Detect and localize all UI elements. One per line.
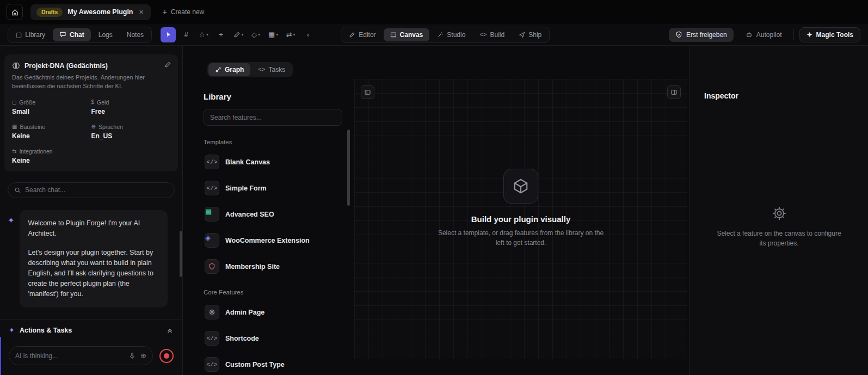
size-icon: ◻ [12, 99, 16, 105]
edit-dna-button[interactable] [164, 61, 171, 68]
magic-tools-button[interactable]: ✦ Magic Tools [799, 27, 860, 42]
attach-plus-icon[interactable]: ⊕ [140, 352, 146, 360]
code-icon: <> [258, 66, 265, 73]
publish-button[interactable]: Erst freigeben [669, 28, 734, 42]
inspector-panel: Inspector Select a feature on the canvas… [690, 46, 868, 375]
toggle-left-panel-button[interactable] [361, 85, 374, 99]
record-stop-button[interactable] [159, 349, 174, 363]
send-icon [519, 32, 525, 38]
tab-ship[interactable]: Ship [512, 28, 548, 41]
field-label: Integrationen [19, 148, 52, 155]
grid-icon: ▦ [268, 30, 275, 39]
chevron-down-icon: ▾ [293, 32, 296, 37]
inspector-title: Inspector [704, 91, 854, 100]
chevron-left-icon: ‹ [307, 30, 309, 39]
code-icon: </> [205, 357, 219, 372]
autopilot-button[interactable]: Autopilot [739, 28, 789, 42]
tab-graph-label: Graph [225, 66, 244, 73]
shield-icon [205, 259, 219, 274]
tab-editor[interactable]: Editor [342, 28, 382, 41]
tab-build[interactable]: <> Build [473, 28, 511, 41]
money-icon: $ [91, 99, 95, 105]
wand-icon [437, 32, 444, 38]
tab-graph[interactable]: Graph [208, 63, 250, 76]
library-item-membership-site[interactable]: Membership Site [204, 257, 342, 276]
project-dna-title: Projekt-DNA (Gedächtnis) [24, 62, 108, 70]
content-row: Library Templates </> Blank Canvas </> S… [183, 79, 690, 375]
field-value: Small [12, 108, 91, 115]
field-bausteine: ▦Bausteine Keine [12, 124, 91, 140]
library-search-input[interactable] [210, 114, 336, 121]
actions-tasks-bar[interactable]: ✦ Actions & Tasks [0, 319, 182, 341]
library-item-simple-form[interactable]: </> Simple Form [204, 179, 342, 198]
collapse-toolbar-button[interactable]: ‹ [301, 28, 315, 42]
panel-tabs: ▢ Library Chat Logs Notes [8, 27, 152, 43]
field-sprachen: ⊕Sprachen En_US [91, 124, 171, 140]
field-label: Größe [19, 99, 35, 106]
plus-icon: + [219, 30, 223, 39]
tab-editor-label: Editor [359, 31, 375, 39]
tab-chat[interactable]: Chat [53, 28, 91, 41]
tab-canvas[interactable]: Canvas [384, 28, 430, 41]
canvas[interactable]: Build your plugin visually Select a temp… [354, 79, 687, 359]
panel-scrollbar[interactable] [180, 231, 182, 277]
library-item-woocommerce-extension[interactable]: ◈ WooCommerce Extension [204, 231, 342, 250]
tab-studio[interactable]: Studio [430, 28, 472, 41]
toggle-right-panel-button[interactable] [667, 85, 681, 99]
hash-tool-button[interactable]: # [179, 28, 193, 42]
microphone-icon[interactable] [128, 352, 136, 360]
grid-tool-button[interactable]: ▦ ▾ [266, 28, 280, 42]
canvas-empty-title: Build your plugin visually [471, 214, 571, 224]
tab-ship-label: Ship [528, 31, 541, 39]
tab-library[interactable]: ▢ Library [9, 28, 52, 41]
app-window: Drafts My Awesome Plugin × + Create new … [0, 0, 868, 375]
library-item-label: Membership Site [225, 263, 280, 271]
library-item-custom-post-type[interactable]: </> Custom Post Type [204, 355, 342, 374]
ai-message-paragraph: Welcome to Plugin Forge! I'm your AI Arc… [28, 218, 159, 239]
chat-input: ⊕ [9, 346, 153, 365]
library-item-blank-canvas[interactable]: </> Blank Canvas [204, 152, 342, 171]
divider [793, 29, 794, 40]
language-icon: ⊕ [91, 124, 96, 130]
code-icon: </> [205, 331, 219, 346]
drafts-badge: Drafts [36, 8, 63, 17]
document-tab[interactable]: Drafts My Awesome Plugin × [30, 4, 151, 20]
library-item-advanced-seo[interactable]: ▤ Advanced SEO [204, 205, 342, 224]
draw-tool-button[interactable]: ▾ [231, 28, 245, 42]
tab-studio-label: Studio [447, 31, 465, 39]
connector-tool-button[interactable]: ⇄ ▾ [284, 28, 298, 42]
close-tab-icon[interactable]: × [138, 8, 145, 16]
main-area: Projekt-DNA (Gedächtnis) Das Gedächtnis … [0, 46, 868, 375]
pointer-tool-button[interactable] [161, 27, 176, 42]
project-dna-description: Das Gedächtnis deines Projekts. Änderung… [12, 73, 148, 91]
section-templates-label: Templates [204, 139, 342, 145]
tab-notes-label: Notes [127, 31, 144, 39]
chevron-down-icon: ▾ [242, 32, 244, 37]
star-tool-button[interactable]: ☆ ▾ [196, 28, 211, 42]
field-geld: $Geld Free [91, 99, 171, 115]
connector-icon: ⇄ [286, 30, 292, 39]
chevron-down-icon: ▾ [206, 32, 208, 37]
frame-icon [390, 32, 397, 38]
chevrons-up-icon[interactable] [166, 327, 174, 334]
field-integrationen: ⇆Integrationen Keine [12, 148, 91, 164]
shape-tool-button[interactable]: ◇ ▾ [249, 28, 263, 42]
chat-message-input[interactable] [15, 352, 125, 360]
tab-notes[interactable]: Notes [120, 28, 150, 41]
library-item-admin-page[interactable]: Admin Page [204, 303, 342, 322]
view-switch-row: Graph <> Tasks [183, 46, 690, 79]
library-item-shortcode[interactable]: </> Shortcode [204, 329, 342, 348]
add-tool-button[interactable]: + [214, 28, 228, 42]
tab-tasks-label: Tasks [269, 66, 286, 73]
tab-tasks[interactable]: <> Tasks [251, 63, 292, 76]
library-scrollbar[interactable] [347, 130, 350, 206]
home-button[interactable] [7, 4, 23, 20]
actions-tasks-title: Actions & Tasks [20, 327, 161, 334]
project-dna-fields: ◻Größe Small $Geld Free ▦Bausteine Keine… [12, 99, 170, 164]
field-label: Bausteine [20, 124, 45, 130]
chat-search-input[interactable] [25, 186, 168, 194]
create-new-button[interactable]: + Create new [158, 4, 209, 20]
tab-logs[interactable]: Logs [92, 28, 119, 41]
chevron-down-icon: ▾ [258, 32, 260, 37]
tab-library-label: Library [25, 31, 45, 39]
